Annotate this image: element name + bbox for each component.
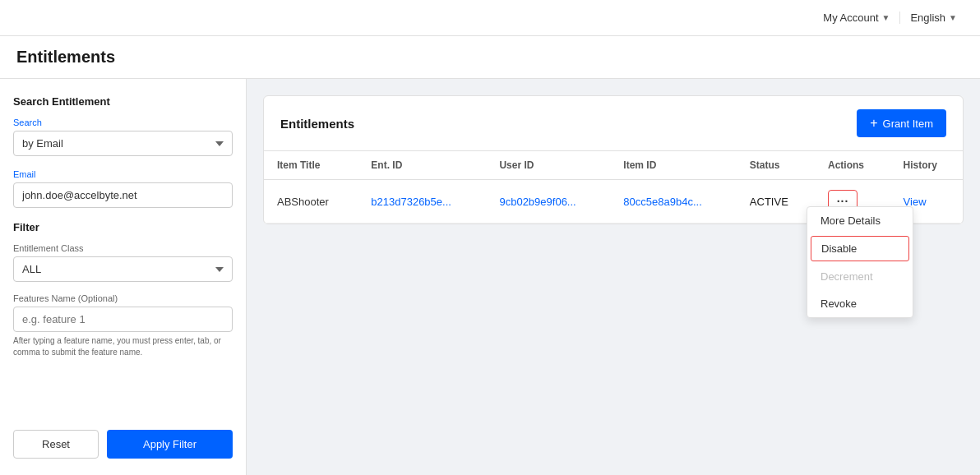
col-ent-id: Ent. ID: [358, 151, 486, 180]
col-history: History: [890, 151, 963, 180]
cell-ent-id[interactable]: b213d7326b5e...: [358, 180, 486, 224]
col-user-id: User ID: [486, 151, 610, 180]
cell-status: ACTIVE: [737, 180, 815, 224]
email-field-group: Email: [13, 169, 233, 208]
cell-item-title: ABShooter: [264, 180, 358, 224]
search-section-title: Search Entitlement: [13, 95, 233, 108]
col-item-id: Item ID: [610, 151, 737, 180]
table-body: ABShooter b213d7326b5e... 9cb02b9e9f06..…: [264, 180, 963, 224]
entitlement-class-select[interactable]: ALL APP ENTITLEMENT DISTRIBUTION PERMANE…: [13, 256, 233, 282]
col-actions: Actions: [815, 151, 890, 180]
panel-header: Entitlements + Grant Item: [264, 96, 963, 151]
features-name-label: Features Name (Optional): [13, 293, 233, 303]
my-account-chevron: ▼: [882, 13, 890, 22]
entitlement-class-group: Entitlement Class ALL APP ENTITLEMENT DI…: [13, 243, 233, 282]
my-account-label: My Account: [823, 12, 878, 24]
features-name-group: Features Name (Optional) After typing a …: [13, 293, 233, 358]
email-input[interactable]: [13, 182, 233, 208]
search-label: Search: [13, 118, 233, 127]
filter-section-title: Filter: [13, 221, 233, 233]
actions-dropdown: More Details Disable Decrement Revoke: [807, 206, 913, 318]
entitlements-table: Item Title Ent. ID User ID Item ID Statu…: [264, 151, 963, 224]
table-header: Item Title Ent. ID User ID Item ID Statu…: [264, 151, 963, 180]
main-content: Search Entitlement Search by Email by Us…: [0, 79, 980, 475]
dropdown-disable[interactable]: Disable: [811, 236, 909, 261]
language-label: English: [910, 12, 945, 24]
language-menu[interactable]: English ▼: [900, 12, 967, 24]
my-account-menu[interactable]: My Account ▼: [813, 12, 900, 24]
dropdown-more-details[interactable]: More Details: [807, 207, 913, 234]
email-input-wrapper: [13, 182, 233, 208]
page-title: Entitlements: [16, 48, 964, 67]
panel-card: Entitlements + Grant Item Item Title Ent…: [263, 95, 964, 224]
grant-item-button[interactable]: + Grant Item: [857, 109, 946, 137]
table-row: ABShooter b213d7326b5e... 9cb02b9e9f06..…: [264, 180, 963, 224]
feature-hint: After typing a feature name, you must pr…: [13, 335, 233, 358]
reset-button[interactable]: Reset: [13, 430, 99, 459]
cell-item-id[interactable]: 80cc5e8a9b4c...: [610, 180, 737, 224]
table-header-row: Item Title Ent. ID User ID Item ID Statu…: [264, 151, 963, 180]
filter-section: Filter Entitlement Class ALL APP ENTITLE…: [13, 221, 233, 358]
cell-actions: ··· More Details Disable Decrement Revok…: [815, 180, 890, 224]
entitlement-class-label: Entitlement Class: [13, 243, 233, 253]
col-item-title: Item Title: [264, 151, 358, 180]
sidebar-actions: Reset Apply Filter: [13, 417, 233, 459]
email-label: Email: [13, 169, 233, 179]
panel-title: Entitlements: [280, 117, 354, 131]
main-panel: Entitlements + Grant Item Item Title Ent…: [247, 79, 980, 475]
dropdown-decrement: Decrement: [807, 263, 913, 290]
apply-filter-button[interactable]: Apply Filter: [107, 430, 233, 459]
search-section: Search Entitlement Search by Email by Us…: [13, 95, 233, 156]
plus-icon: +: [870, 116, 877, 131]
sidebar: Search Entitlement Search by Email by Us…: [0, 79, 247, 475]
col-status: Status: [737, 151, 815, 180]
features-name-input[interactable]: [13, 307, 233, 332]
search-select[interactable]: by Email by User ID by Item ID: [13, 131, 233, 156]
grant-item-label: Grant Item: [883, 118, 933, 130]
top-bar: My Account ▼ English ▼: [0, 0, 980, 36]
page-title-bar: Entitlements: [0, 36, 980, 79]
language-chevron: ▼: [949, 13, 957, 22]
cell-user-id[interactable]: 9cb02b9e9f06...: [486, 180, 610, 224]
page-container: Entitlements Search Entitlement Search b…: [0, 36, 980, 475]
dropdown-revoke[interactable]: Revoke: [807, 290, 913, 317]
